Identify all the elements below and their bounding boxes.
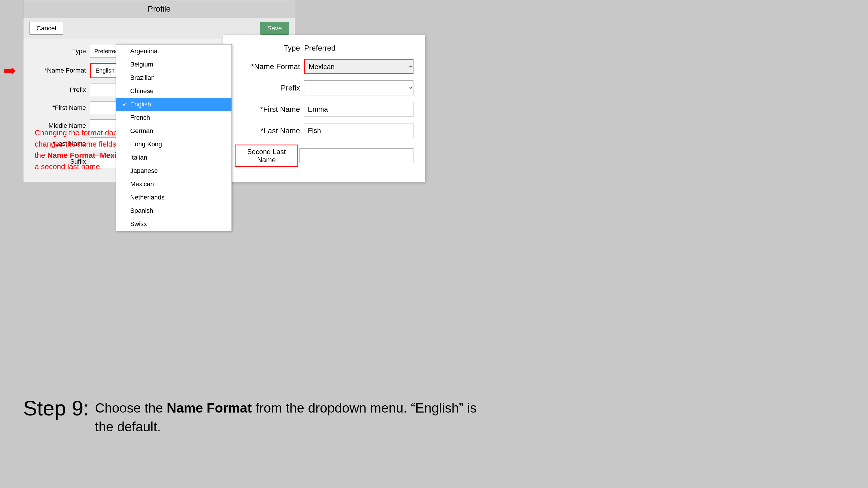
check-mark-chinese	[122, 87, 128, 95]
rp-name-format-label: *Name Format	[235, 62, 304, 71]
dialog-title: Profile	[24, 0, 295, 18]
rp-last-name-row: *Last Name	[235, 123, 413, 138]
step-description: Choose the Name Format from the dropdown…	[95, 396, 476, 436]
name-format-label: *Name Format	[32, 67, 90, 74]
dropdown-item-italian[interactable]: Italian	[116, 151, 231, 164]
dropdown-item-japanese[interactable]: Japanese	[116, 164, 231, 177]
rp-first-name-label: *First Name	[235, 105, 304, 114]
dropdown-item-english[interactable]: ✓ English	[116, 98, 231, 111]
dropdown-item-hongkong[interactable]: Hong Kong	[116, 138, 231, 151]
save-button[interactable]: Save	[260, 22, 289, 35]
rp-first-name-input[interactable]	[304, 102, 413, 117]
check-mark-french	[122, 114, 128, 122]
check-mark-italian	[122, 154, 128, 161]
step-description-bold: Name Format	[167, 400, 252, 416]
step-section: Step 9: Choose the Name Format from the …	[23, 396, 845, 436]
rp-last-name-input[interactable]	[304, 123, 413, 138]
dropdown-item-german[interactable]: German	[116, 124, 231, 138]
dropdown-item-french[interactable]: French	[116, 111, 231, 124]
dropdown-item-mexican[interactable]: Mexican	[116, 177, 231, 191]
rp-first-name-row: *First Name	[235, 102, 413, 117]
rp-second-last-name-row: Second Last Name	[235, 144, 413, 167]
dropdown-item-belgium[interactable]: Belgium	[116, 58, 231, 71]
right-panel: Type Preferred *Name Format Mexican Pref…	[223, 35, 425, 183]
check-mark-belgium	[122, 61, 128, 68]
name-format-dropdown: Argentina Belgium Brazilian Chinese ✓ En…	[116, 44, 232, 231]
check-mark-brazilian	[122, 74, 128, 82]
explanation-name-format-bold: Name Format	[47, 151, 95, 160]
check-mark-hongkong	[122, 140, 128, 148]
rp-prefix-select[interactable]	[304, 80, 413, 95]
step-description-part3: the default.	[95, 419, 161, 434]
dropdown-item-brazilian[interactable]: Brazilian	[116, 71, 231, 85]
rp-type-value: Preferred	[304, 44, 335, 53]
page-container: Profile Cancel Save Type Preferred ➡ *Na…	[0, 0, 868, 488]
rp-second-last-name-input[interactable]	[300, 148, 413, 163]
rp-type-label: Type	[235, 44, 304, 53]
dropdown-item-argentina[interactable]: Argentina	[116, 44, 231, 58]
check-mark-english: ✓	[122, 101, 128, 108]
check-mark-german	[122, 127, 128, 135]
rp-name-format-select[interactable]: Mexican	[304, 59, 413, 74]
check-mark-argentina	[122, 47, 128, 55]
rp-prefix-row: Prefix	[235, 80, 413, 95]
dropdown-item-swiss[interactable]: Swiss	[116, 218, 231, 231]
red-arrow-icon: ➡	[3, 63, 16, 78]
rp-last-name-label: *Last Name	[235, 126, 304, 135]
check-mark-spanish	[122, 207, 128, 215]
dropdown-item-netherlands[interactable]: Netherlands	[116, 191, 231, 204]
rp-name-format-row: *Name Format Mexican	[235, 59, 413, 74]
first-name-label: *First Name	[32, 104, 90, 111]
check-mark-swiss	[122, 220, 128, 228]
type-label: Type	[32, 47, 90, 55]
second-last-name-label: Second Last Name	[235, 144, 298, 167]
rp-type-row: Type Preferred	[235, 44, 413, 53]
step-description-part1: Choose the	[95, 400, 167, 416]
step-description-part2: from the dropdown menu. “English” is	[252, 400, 476, 416]
cancel-button[interactable]: Cancel	[29, 22, 63, 35]
rp-prefix-label: Prefix	[235, 84, 304, 93]
dropdown-item-chinese[interactable]: Chinese	[116, 85, 231, 98]
check-mark-japanese	[122, 167, 128, 174]
check-mark-mexican	[122, 181, 128, 188]
step-label: Step 9:	[23, 396, 89, 420]
prefix-label: Prefix	[32, 86, 90, 94]
check-mark-netherlands	[122, 194, 128, 201]
dropdown-item-spanish[interactable]: Spanish	[116, 204, 231, 218]
